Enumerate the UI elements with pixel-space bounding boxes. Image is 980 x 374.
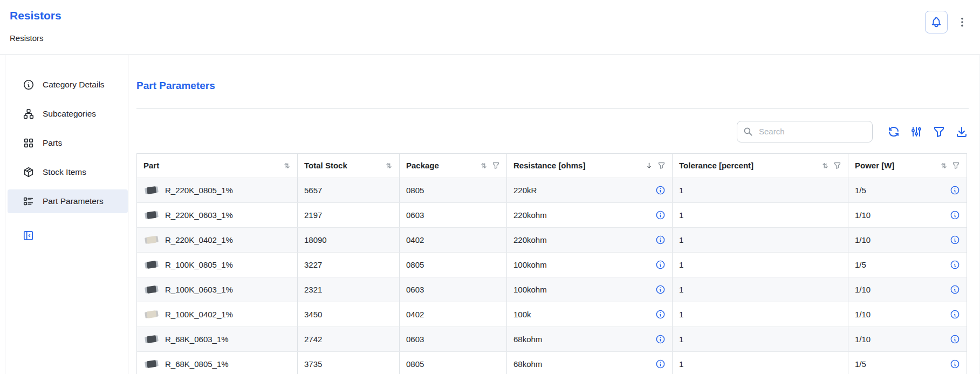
table-row[interactable]: R_220K_0805_1% 5657 0805 220kR 1 1/5 (137, 178, 967, 202)
part-thumbnail (143, 259, 160, 270)
sort-icon (385, 162, 393, 169)
table-options-button[interactable] (909, 125, 923, 139)
part-name: R_68K_0805_1% (165, 359, 229, 369)
refresh-button[interactable] (887, 125, 901, 139)
sidebar-item-category-details[interactable]: Category Details (8, 73, 128, 97)
cell-part: R_68K_0603_1% (137, 327, 298, 351)
cell-tolerance: 1 (673, 302, 848, 327)
adjustments-icon (910, 125, 923, 138)
cell-total-stock: 3735 (298, 352, 400, 374)
sidebar-item-part-parameters[interactable]: Part Parameters (8, 189, 128, 213)
header-actions (925, 9, 969, 33)
page-title: Resistors (10, 9, 61, 22)
download-button[interactable] (955, 125, 969, 139)
dots-vertical-icon (956, 16, 968, 28)
table-row[interactable]: R_68K_0805_1% 3735 0805 68kohm 1 1/5 (137, 351, 967, 374)
info-icon[interactable] (655, 260, 666, 270)
part-thumbnail (143, 309, 160, 320)
info-icon[interactable] (950, 235, 960, 245)
info-icon[interactable] (655, 210, 666, 220)
sidebar-item-label: Parts (43, 138, 62, 148)
table-row[interactable]: R_100K_0402_1% 3450 0402 100k 1 1/10 (137, 302, 967, 327)
sort-icon (480, 162, 488, 169)
cell-resistance: 220kR (507, 178, 673, 202)
divider (136, 108, 969, 109)
cell-power: 1/10 (848, 277, 967, 302)
table-row[interactable]: R_220K_0402_1% 18090 0402 220kohm 1 1/10 (137, 227, 967, 252)
part-thumbnail (143, 284, 160, 295)
table-row[interactable]: R_68K_0603_1% 2742 0603 68kohm 1 1/10 (137, 327, 967, 351)
part-parameters-table: Part Total Stock P (136, 153, 967, 374)
column-filter-icon[interactable] (657, 161, 666, 169)
column-header-total-stock[interactable]: Total Stock (298, 154, 400, 178)
info-icon[interactable] (950, 260, 960, 270)
cell-package: 0805 (400, 352, 507, 374)
breadcrumb[interactable]: Resistors (10, 33, 61, 43)
part-name: R_100K_0402_1% (165, 310, 233, 319)
column-filter-icon[interactable] (833, 161, 841, 169)
notifications-button[interactable] (925, 11, 948, 33)
column-header-part[interactable]: Part (137, 154, 298, 178)
info-icon[interactable] (950, 309, 960, 319)
search-input-wrapper (737, 121, 873, 142)
info-icon[interactable] (950, 185, 960, 195)
cell-package: 0603 (400, 203, 507, 227)
cell-total-stock: 2197 (298, 203, 400, 227)
column-filter-icon[interactable] (492, 161, 500, 169)
cell-part: R_100K_0402_1% (137, 302, 298, 327)
part-name: R_68K_0603_1% (165, 335, 229, 344)
info-icon[interactable] (655, 309, 666, 319)
sort-desc-icon (645, 161, 653, 169)
column-header-power[interactable]: Power [W] (848, 154, 967, 178)
filter-icon (933, 125, 945, 138)
cell-tolerance: 1 (673, 352, 848, 374)
column-filter-icon[interactable] (952, 161, 960, 169)
cell-total-stock: 2742 (298, 327, 400, 351)
power-value: 1/10 (855, 335, 871, 344)
sidebar-item-stock-items[interactable]: Stock Items (8, 160, 128, 184)
column-header-package[interactable]: Package (400, 154, 507, 178)
info-icon[interactable] (655, 334, 666, 344)
info-icon[interactable] (950, 284, 960, 295)
sidebar-item-parts[interactable]: Parts (8, 131, 128, 155)
cell-total-stock: 2321 (298, 277, 400, 302)
list-details-icon (23, 195, 35, 207)
resistance-value: 68kohm (513, 359, 542, 369)
cell-package: 0805 (400, 253, 507, 277)
info-icon[interactable] (655, 284, 666, 295)
cell-package: 0603 (400, 277, 507, 302)
table-row[interactable]: R_100K_0603_1% 2321 0603 100kohm 1 1/10 (137, 277, 967, 302)
overflow-menu-button[interactable] (955, 15, 969, 29)
search-input[interactable] (758, 126, 867, 137)
info-icon[interactable] (950, 359, 960, 369)
cell-part: R_100K_0603_1% (137, 277, 298, 302)
filter-button[interactable] (932, 125, 946, 139)
package-icon (23, 166, 35, 178)
power-value: 1/10 (855, 235, 871, 244)
part-thumbnail (143, 209, 160, 221)
cell-total-stock: 3227 (298, 253, 400, 277)
info-icon[interactable] (655, 359, 666, 369)
sidebar-item-label: Category Details (43, 80, 105, 90)
sidebar-collapse-button[interactable] (22, 229, 35, 242)
info-icon[interactable] (655, 185, 666, 195)
cell-power: 1/5 (848, 178, 967, 202)
column-header-tolerance[interactable]: Tolerance [percent] (673, 154, 848, 178)
sidebar-item-subcategories[interactable]: Subcategories (8, 102, 128, 126)
cell-part: R_68K_0805_1% (137, 352, 298, 374)
part-parameters-panel: Part Parameters (128, 55, 979, 374)
info-icon[interactable] (950, 334, 960, 344)
cell-package: 0402 (400, 228, 507, 252)
resistance-value: 220kohm (513, 235, 547, 244)
cell-total-stock: 5657 (298, 178, 400, 202)
table-row[interactable]: R_220K_0603_1% 2197 0603 220kohm 1 1/10 (137, 202, 967, 227)
info-icon[interactable] (950, 210, 960, 220)
column-header-resistance[interactable]: Resistance [ohms] (507, 154, 673, 178)
cell-tolerance: 1 (673, 253, 848, 277)
sort-icon (821, 162, 829, 169)
sidebar-item-label: Subcategories (43, 109, 96, 119)
info-icon[interactable] (655, 235, 666, 245)
cell-package: 0603 (400, 327, 507, 351)
power-value: 1/5 (855, 260, 866, 269)
table-row[interactable]: R_100K_0805_1% 3227 0805 100kohm 1 1/5 (137, 252, 967, 277)
